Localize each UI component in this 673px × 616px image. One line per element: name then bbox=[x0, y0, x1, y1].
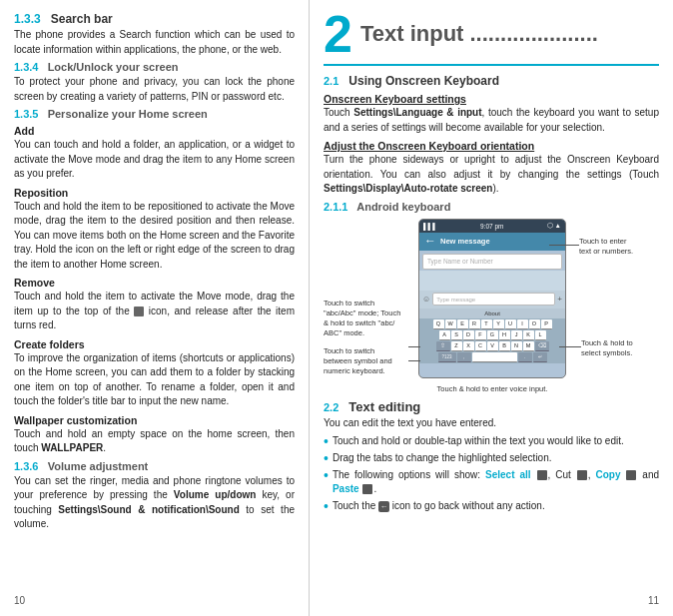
right-column: 2 Text input ..................... 2.1 U… bbox=[310, 0, 673, 616]
section-2-1-1: 2.1.1 Android keyboard ▌▌▌ 9:07 pm ⬡ ▲ ← bbox=[324, 201, 659, 393]
key-k[interactable]: K bbox=[523, 330, 534, 340]
phone-message-input[interactable]: Type message bbox=[432, 293, 555, 306]
section-1-3-3-text: The phone provides a Search function whi… bbox=[14, 28, 295, 57]
phone-screen: ▌▌▌ 9:07 pm ⬡ ▲ ← New message Type Name … bbox=[418, 219, 566, 378]
key-b[interactable]: B bbox=[499, 341, 510, 351]
section-2-1: 2.1 Using Onscreen Keyboard Onscreen Key… bbox=[324, 74, 659, 197]
chapter-title: Text input ..................... bbox=[360, 12, 598, 46]
bullet-dot-1: • bbox=[324, 434, 329, 448]
key-a[interactable]: A bbox=[439, 330, 450, 340]
paste-icon bbox=[362, 484, 372, 494]
key-p[interactable]: P bbox=[541, 319, 552, 329]
phone-status-icons: ⬡ ▲ bbox=[547, 222, 561, 230]
key-d[interactable]: D bbox=[463, 330, 474, 340]
keyboard-row-2: A S D F G H J K L bbox=[421, 330, 563, 340]
section-1-3-6: 1.3.6 Volume adjustment You can set the … bbox=[14, 460, 295, 532]
section-2-2: 2.2 Text editing You can edit the text y… bbox=[324, 399, 659, 514]
section-1-3-4-heading: 1.3.4 Lock/Unlock your screen bbox=[14, 61, 295, 73]
attach-icon: + bbox=[557, 295, 562, 304]
key-r[interactable]: R bbox=[469, 319, 480, 329]
reposition-text: Touch and hold the item to be reposition… bbox=[14, 200, 295, 273]
add-text: You can touch and hold a folder, an appl… bbox=[14, 138, 295, 182]
callout-abc-mode: Touch to switch"abc/Abc" mode; Touch& ho… bbox=[324, 299, 408, 339]
chapter-header: 2 Text input ..................... bbox=[324, 12, 659, 66]
key-num[interactable]: ?123 bbox=[438, 352, 456, 362]
bullet-3: • The following options will show: Selec… bbox=[324, 468, 659, 496]
cut-icon bbox=[577, 470, 587, 480]
section-2-2-intro: You can edit the text you have entered. bbox=[324, 416, 659, 431]
bullet-dot-3: • bbox=[324, 468, 329, 496]
page-number-right: 11 bbox=[648, 595, 659, 606]
keyboard-row-3: ⇧ Z X C V B N M ⌫ bbox=[421, 341, 563, 351]
phone-header-bar: ← New message bbox=[419, 233, 565, 251]
back-arrow-icon: ← bbox=[424, 234, 436, 248]
left-column: 1.3.3 Search bar The phone provides a Se… bbox=[0, 0, 310, 616]
key-comma[interactable]: , bbox=[457, 352, 471, 362]
key-space[interactable] bbox=[472, 352, 517, 362]
key-f[interactable]: F bbox=[475, 330, 486, 340]
back-icon: ← bbox=[378, 501, 389, 512]
text-editing-bullets: • Touch and hold or double-tap within th… bbox=[324, 434, 659, 513]
key-g[interactable]: G bbox=[487, 330, 498, 340]
section-2-2-heading: 2.2 Text editing bbox=[324, 399, 659, 414]
phone-status-bar: ▌▌▌ 9:07 pm ⬡ ▲ bbox=[419, 220, 565, 233]
callout-symbol-mode: Touch to switchbetween symbol andnumeric… bbox=[324, 346, 408, 376]
onscreen-settings-text: Touch Settings\Language & input, touch t… bbox=[324, 106, 659, 135]
keyboard-row-1: Q W E R T Y U I O P bbox=[421, 319, 563, 329]
phone-name-input[interactable]: Type Name or Number bbox=[422, 254, 562, 270]
remove-heading: Remove bbox=[14, 277, 295, 289]
key-o[interactable]: O bbox=[529, 319, 540, 329]
key-shift[interactable]: ⇧ bbox=[436, 341, 450, 351]
phone-status-time: 9:07 pm bbox=[480, 223, 504, 230]
section-1-3-4: 1.3.4 Lock/Unlock your screen To protect… bbox=[14, 61, 295, 104]
section-1-3-5-heading: 1.3.5 Personalize your Home screen bbox=[14, 108, 295, 120]
adjust-orientation-text: Turn the phone sideways or upright to ad… bbox=[324, 153, 659, 197]
key-w[interactable]: W bbox=[445, 319, 456, 329]
key-q[interactable]: Q bbox=[433, 319, 444, 329]
keyboard-row-4: ?123 , . ↵ bbox=[421, 352, 563, 362]
key-v[interactable]: V bbox=[487, 341, 498, 351]
key-y[interactable]: Y bbox=[493, 319, 504, 329]
key-u[interactable]: U bbox=[505, 319, 516, 329]
key-period[interactable]: . bbox=[518, 352, 532, 362]
bullet-2: • Drag the tabs to change the highlighte… bbox=[324, 451, 659, 465]
callout-line-symbol bbox=[408, 360, 420, 361]
section-1-3-6-text: You can set the ringer, media and phone … bbox=[14, 474, 295, 532]
copy-icon bbox=[626, 470, 636, 480]
phone-message-space bbox=[419, 271, 565, 291]
key-j[interactable]: J bbox=[511, 330, 522, 340]
key-i[interactable]: I bbox=[517, 319, 528, 329]
key-l[interactable]: L bbox=[535, 330, 546, 340]
add-heading: Add bbox=[14, 125, 295, 137]
key-x[interactable]: X bbox=[463, 341, 474, 351]
chapter-number: 2 bbox=[324, 12, 352, 60]
create-folders-heading: Create folders bbox=[14, 338, 295, 350]
key-m[interactable]: M bbox=[523, 341, 534, 351]
key-z[interactable]: Z bbox=[451, 341, 462, 351]
key-s[interactable]: S bbox=[451, 330, 462, 340]
key-h[interactable]: H bbox=[499, 330, 510, 340]
create-folders-text: To improve the organization of items (sh… bbox=[14, 351, 295, 409]
reposition-heading: Reposition bbox=[14, 187, 295, 199]
page-number-left: 10 bbox=[14, 595, 25, 606]
adjust-orientation-heading: Adjust the Onscreen Keyboard orientation bbox=[324, 140, 659, 152]
callout-select-symbols: Touch & hold toselect symbols. bbox=[581, 338, 659, 358]
remove-text: Touch and hold the item to activate the … bbox=[14, 290, 295, 333]
callout-voice-input: Touch & hold to enter voice input. bbox=[418, 384, 566, 393]
bullet-dot-2: • bbox=[324, 451, 329, 465]
key-e[interactable]: E bbox=[457, 319, 468, 329]
key-enter[interactable]: ↵ bbox=[533, 352, 547, 362]
bullet-4: • Touch the ← icon to go back without an… bbox=[324, 499, 659, 513]
key-n[interactable]: N bbox=[511, 341, 522, 351]
onscreen-settings-heading: Onscreen Keyboard settings bbox=[324, 93, 659, 105]
key-t[interactable]: T bbox=[481, 319, 492, 329]
section-1-3-5: 1.3.5 Personalize your Home screen Add Y… bbox=[14, 108, 295, 456]
key-c[interactable]: C bbox=[475, 341, 486, 351]
bullet-dot-4: • bbox=[324, 499, 329, 513]
keyboard-illustration: ▌▌▌ 9:07 pm ⬡ ▲ ← New message Type Name … bbox=[324, 219, 659, 393]
phone-about-bar: About bbox=[419, 308, 565, 318]
callout-line-top-right bbox=[549, 245, 579, 246]
key-backspace[interactable]: ⌫ bbox=[535, 341, 549, 351]
section-1-3-3: 1.3.3 Search bar The phone provides a Se… bbox=[14, 12, 295, 57]
phone-header-title: New message bbox=[440, 237, 490, 246]
